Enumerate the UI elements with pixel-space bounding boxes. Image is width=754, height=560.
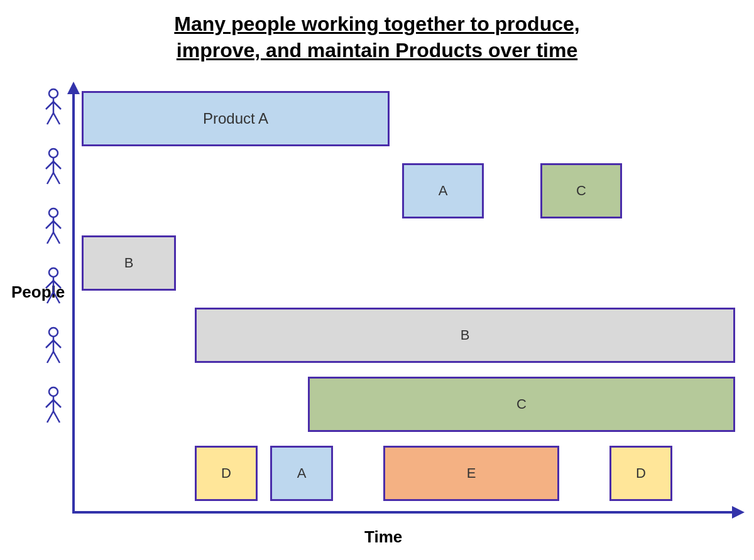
x-axis bbox=[72, 511, 735, 514]
person-icons-group bbox=[43, 88, 64, 446]
x-axis-arrow bbox=[732, 506, 745, 519]
box-c-small-green: C bbox=[540, 163, 622, 218]
box-d-right: D bbox=[609, 446, 672, 501]
svg-line-32 bbox=[46, 400, 53, 407]
svg-line-14 bbox=[46, 221, 53, 229]
svg-line-34 bbox=[47, 411, 53, 423]
svg-point-24 bbox=[49, 328, 58, 337]
svg-line-20 bbox=[46, 281, 53, 288]
svg-line-2 bbox=[46, 102, 53, 109]
box-d-left: D bbox=[195, 446, 258, 501]
x-axis-label: Time bbox=[364, 527, 402, 547]
person-icon-2 bbox=[43, 148, 64, 190]
person-icon-6 bbox=[43, 386, 64, 428]
svg-line-10 bbox=[47, 173, 53, 184]
svg-line-8 bbox=[46, 161, 53, 169]
svg-line-5 bbox=[53, 113, 60, 124]
svg-line-11 bbox=[53, 173, 60, 184]
svg-line-9 bbox=[53, 161, 61, 169]
svg-line-21 bbox=[53, 281, 61, 288]
chart-area: People bbox=[0, 82, 754, 560]
svg-line-26 bbox=[46, 340, 53, 348]
svg-line-29 bbox=[53, 352, 60, 363]
page-title: Many people working together to produce,… bbox=[0, 0, 754, 70]
box-a-small: A bbox=[402, 163, 484, 218]
svg-line-17 bbox=[53, 232, 60, 244]
box-a-bottom: A bbox=[270, 446, 333, 501]
svg-line-33 bbox=[53, 400, 61, 407]
svg-line-16 bbox=[47, 232, 53, 244]
box-product-a: Product A bbox=[82, 91, 390, 146]
svg-point-30 bbox=[49, 387, 58, 396]
y-axis-arrow bbox=[67, 82, 80, 94]
svg-point-6 bbox=[49, 149, 58, 158]
svg-line-22 bbox=[47, 292, 53, 303]
box-e-orange: E bbox=[383, 446, 559, 501]
svg-point-0 bbox=[49, 89, 58, 98]
svg-line-27 bbox=[53, 340, 61, 348]
person-icon-1 bbox=[43, 88, 64, 130]
svg-line-4 bbox=[47, 113, 53, 124]
svg-line-23 bbox=[53, 292, 60, 303]
svg-line-3 bbox=[53, 102, 61, 109]
box-c-large: C bbox=[308, 377, 735, 432]
box-b-small: B bbox=[82, 235, 176, 291]
svg-line-28 bbox=[47, 352, 53, 363]
svg-line-15 bbox=[53, 221, 61, 229]
svg-line-35 bbox=[53, 411, 60, 423]
svg-point-18 bbox=[49, 268, 58, 277]
person-icon-5 bbox=[43, 326, 64, 369]
y-axis bbox=[72, 85, 75, 512]
box-b-large: B bbox=[195, 308, 735, 363]
svg-point-12 bbox=[49, 208, 58, 217]
person-icon-4 bbox=[43, 267, 64, 309]
person-icon-3 bbox=[43, 207, 64, 249]
